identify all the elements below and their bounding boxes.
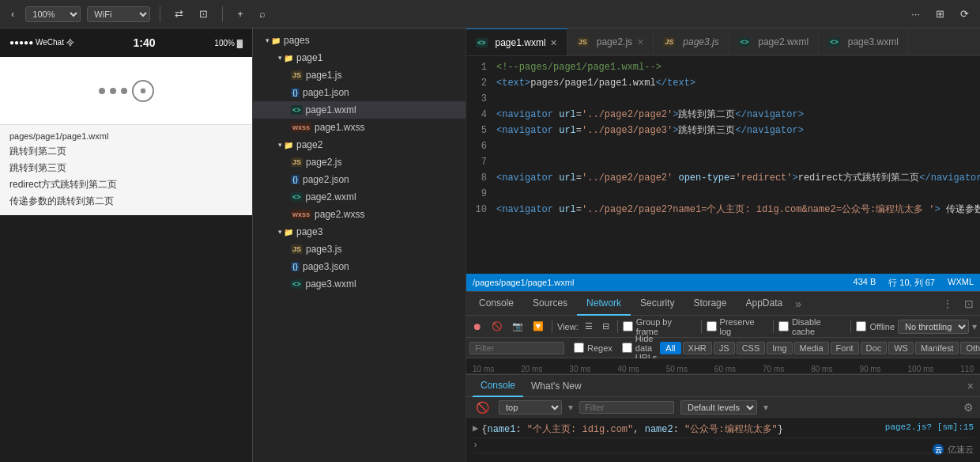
add-button[interactable]: +: [232, 6, 248, 22]
devtools-tab-console[interactable]: Console: [469, 292, 523, 316]
filter-button[interactable]: 🔽: [530, 320, 547, 333]
console-tab-whats-new[interactable]: What's New: [523, 375, 590, 397]
tree-item-pages[interactable]: ▾ 📁 pages: [253, 32, 466, 49]
filter-input[interactable]: [469, 342, 564, 354]
tab-close-page1-wxml[interactable]: ×: [551, 37, 557, 48]
more-button[interactable]: ···: [906, 6, 925, 22]
zoom-select[interactable]: 100%: [25, 6, 81, 22]
phone-record-button[interactable]: ⏺: [132, 80, 154, 102]
console-tab-console[interactable]: Console: [473, 375, 523, 397]
timeline-labels: 10 ms 20 ms 30 ms 40 ms 50 ms 60 ms 70 m…: [473, 365, 974, 373]
offline-checkbox[interactable]: [856, 321, 866, 331]
phone-panel: ●●●●● WeChat 令 1:40 100% ▓ ⏺ pages/page1…: [0, 28, 253, 462]
devtools-close-button[interactable]: ⊡: [961, 296, 977, 312]
tree-item-page1-wxml[interactable]: <> page1.wxml: [253, 101, 466, 119]
filter-type-buttons: All XHR JS CSS Img Media Font Doc WS Man…: [660, 342, 980, 354]
code-line-4: 4 <navigator url='../page2/page2'>跳转到第二页…: [466, 107, 980, 123]
group-by-frame-checkbox[interactable]: [623, 321, 633, 331]
svg-text:云: 云: [935, 446, 942, 454]
filter-type-js[interactable]: JS: [714, 342, 735, 354]
console-settings-button[interactable]: ⚙: [963, 401, 974, 414]
console-level-arrow: ▾: [763, 402, 768, 413]
filter-type-ws[interactable]: WS: [888, 342, 914, 354]
net-sep-4: [773, 320, 774, 333]
tab-page2-wxml[interactable]: <> page2.wxml: [729, 28, 820, 55]
code-content[interactable]: 1 <!--pages/page1/page1.wxml--> 2 <text>…: [466, 56, 980, 274]
tree-label-page1-js: page1.js: [306, 70, 341, 81]
console-source-1[interactable]: page2.js? [sm]:15: [885, 422, 974, 432]
record-button[interactable]: ⏺: [469, 320, 485, 334]
tree-item-page1-js[interactable]: JS page1.js: [253, 66, 466, 84]
tree-item-page2-json[interactable]: {} page2.json: [253, 171, 466, 188]
tab-page2-js[interactable]: JS page2.js ×: [567, 28, 654, 55]
console-level-select[interactable]: Default levels: [680, 400, 757, 415]
filter-type-other[interactable]: Other: [960, 342, 980, 354]
tree-item-page3-wxml[interactable]: <> page3.wxml: [253, 275, 466, 293]
tree-item-page1-json[interactable]: {} page1.json: [253, 84, 466, 101]
filter-type-doc[interactable]: Doc: [861, 342, 888, 354]
throttle-select[interactable]: No throttling: [898, 320, 969, 334]
tree-item-page1[interactable]: ▾ 📁 page1: [253, 49, 466, 66]
tab-page1-wxml[interactable]: <> page1.wxml ×: [466, 28, 567, 55]
devtools-tab-sources[interactable]: Sources: [523, 292, 577, 316]
tab-close-page2-js[interactable]: ×: [637, 36, 643, 47]
console-area: Console What's New × 🚫 top ▾ Default lev…: [466, 374, 980, 462]
devtools-tab-appdata[interactable]: AppData: [736, 292, 792, 316]
console-clear-button[interactable]: 🚫: [473, 400, 492, 415]
filter-type-media[interactable]: Media: [794, 342, 829, 354]
devtools-more-button[interactable]: »: [795, 297, 801, 310]
network-toolbar: ⏺ 🚫 📷 🔽 View: ☰ ⊟ Group by frame Pre: [466, 316, 980, 338]
devtools-tab-security[interactable]: Security: [631, 292, 684, 316]
preserve-log-label: Preserve log: [720, 317, 768, 336]
camera-button[interactable]: 📷: [509, 320, 526, 333]
timeline-110: 110: [960, 365, 974, 373]
console-context-select[interactable]: top: [499, 400, 562, 415]
chevron-pages: ▾: [266, 36, 270, 44]
disable-cache-checkbox[interactable]: [778, 321, 789, 331]
filter-type-font[interactable]: Font: [831, 342, 859, 354]
tree-item-page3-json[interactable]: {} page3.json: [253, 258, 466, 275]
filter-type-css[interactable]: CSS: [737, 342, 766, 354]
maximize-button[interactable]: ⊡: [194, 6, 213, 22]
tree-item-page2-wxml[interactable]: <> page2.wxml: [253, 188, 466, 206]
tree-item-page1-wxss[interactable]: wxss page1.wxss: [253, 119, 466, 136]
code-line-8: 8 <navigator url='../page2/page2' open-t…: [466, 170, 980, 186]
console-content[interactable]: ▶ {name1: "个人主页: idig.com", name2: "公众号:…: [466, 418, 980, 462]
tab-page3-wxml[interactable]: <> page3.wxml: [819, 28, 909, 55]
search-button[interactable]: ⌕: [254, 6, 270, 22]
filter-type-xhr[interactable]: XHR: [683, 342, 712, 354]
compile-button[interactable]: ⟳: [956, 6, 974, 22]
tab-page3-js[interactable]: JS page3.js: [654, 28, 729, 55]
devtools-settings-button[interactable]: ⋮: [939, 296, 956, 312]
view-list-button[interactable]: ☰: [582, 320, 596, 333]
console-close-button[interactable]: ×: [967, 380, 974, 392]
wifi-select[interactable]: WiFi: [87, 6, 150, 22]
line-num-9: 9: [473, 186, 496, 202]
badge-wxss-page2: wxss: [291, 210, 311, 219]
hide-data-checkbox[interactable]: [622, 343, 632, 353]
rotate-button[interactable]: ⇄: [170, 6, 188, 22]
code-line-5: 5 <navigator url='../page3/page3'>跳转到第三页…: [466, 123, 980, 138]
filter-type-manifest[interactable]: Manifest: [915, 342, 959, 354]
tree-item-page3[interactable]: ▾ 📁 page3: [253, 223, 466, 240]
tree-item-page3-js[interactable]: JS page3.js: [253, 240, 466, 258]
folder-icon-page3: 📁: [284, 228, 293, 237]
filter-type-all[interactable]: All: [660, 342, 680, 354]
watermark-icon: 云: [932, 443, 944, 456]
editor-area: ▾ 📁 pages ▾ 📁 page1 JS page1.js {} page1…: [253, 28, 980, 462]
console-expand-1[interactable]: ▶: [473, 422, 478, 434]
devtools-tab-storage[interactable]: Storage: [684, 292, 736, 316]
tree-item-page2-wxss[interactable]: wxss page2.wxss: [253, 206, 466, 223]
console-filter-input[interactable]: [579, 401, 674, 414]
view-grid-button[interactable]: ⊟: [599, 320, 612, 333]
preserve-log-checkbox[interactable]: [707, 321, 717, 331]
regex-checkbox[interactable]: [574, 343, 584, 353]
clear-button[interactable]: 🚫: [488, 320, 506, 333]
back-button[interactable]: ‹: [6, 6, 19, 22]
devtools-tab-network[interactable]: Network: [577, 292, 631, 316]
filter-type-img[interactable]: Img: [767, 342, 792, 354]
layout-button[interactable]: ⊞: [931, 6, 949, 22]
tree-item-page2-js[interactable]: JS page2.js: [253, 153, 466, 171]
tab-icon-page1-wxml: <>: [476, 38, 488, 47]
tree-item-page2[interactable]: ▾ 📁 page2: [253, 136, 466, 153]
